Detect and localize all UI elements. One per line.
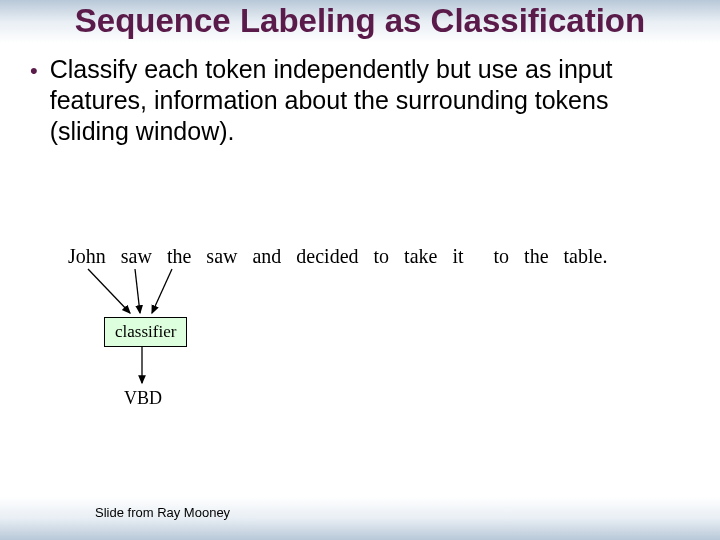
body-area: • Classify each token independently but … <box>0 54 720 148</box>
token-row: John saw the saw and decided to take it … <box>68 245 607 268</box>
classifier-box: classifier <box>104 317 187 347</box>
token: John <box>68 245 106 268</box>
svg-line-0 <box>88 269 130 313</box>
svg-line-1 <box>135 269 140 313</box>
token: table. <box>564 245 608 268</box>
diagram: John saw the saw and decided to take it … <box>0 245 720 465</box>
token: and <box>252 245 281 268</box>
token: saw <box>206 245 237 268</box>
token: the <box>524 245 548 268</box>
slide: Sequence Labeling as Classification • Cl… <box>0 0 720 540</box>
token: saw <box>121 245 152 268</box>
bullet-text: Classify each token independently but us… <box>50 54 690 148</box>
token: it <box>452 245 463 268</box>
token: take <box>404 245 437 268</box>
credit: Slide from Ray Mooney <box>95 505 230 520</box>
token: decided <box>296 245 358 268</box>
output-label: VBD <box>124 388 162 409</box>
token: the <box>167 245 191 268</box>
svg-line-2 <box>152 269 172 313</box>
arrows-svg <box>0 245 720 465</box>
token: to <box>494 245 510 268</box>
slide-title: Sequence Labeling as Classification <box>0 0 720 40</box>
token: to <box>374 245 390 268</box>
bullet-item: • Classify each token independently but … <box>30 54 690 148</box>
bullet-dot-icon: • <box>30 56 38 86</box>
